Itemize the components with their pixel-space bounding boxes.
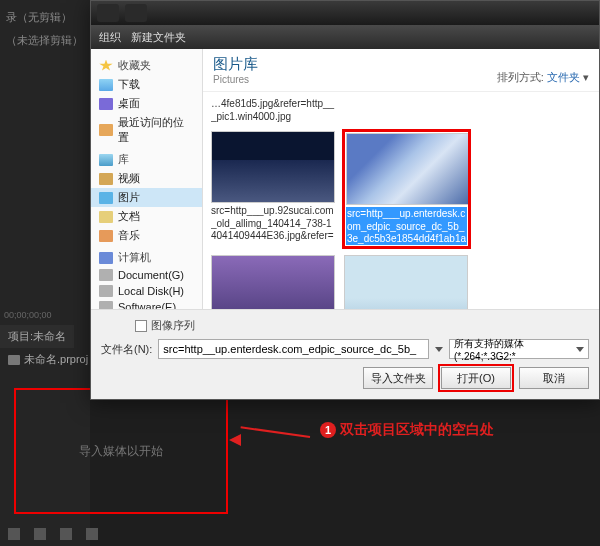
drive-icon: [99, 285, 113, 297]
cancel-button[interactable]: 取消: [519, 367, 589, 389]
annotation-badge: 1: [320, 422, 336, 438]
organize-menu[interactable]: 组织: [99, 30, 121, 45]
panel-footer-icons: [8, 528, 98, 540]
footer-icon[interactable]: [60, 528, 72, 540]
sidebar-videos[interactable]: 视频: [91, 169, 202, 188]
project-tab[interactable]: 项目:未命名: [0, 325, 74, 348]
footer-icon[interactable]: [86, 528, 98, 540]
import-folder-button[interactable]: 导入文件夹: [363, 367, 433, 389]
sidebar-drive[interactable]: Document(G): [91, 267, 202, 283]
recent-icon: [99, 124, 113, 136]
timecode: 00;00;00;00: [4, 310, 52, 320]
computer-icon: [99, 252, 113, 264]
image-sequence-checkbox[interactable]: [135, 320, 147, 332]
file-name: src=http___up.92sucai.com_old_allimg_140…: [211, 205, 336, 243]
project-file-row[interactable]: 未命名.prproj: [0, 348, 100, 371]
thumbnail-image: [211, 255, 335, 309]
document-icon: [99, 211, 113, 223]
sidebar-computer[interactable]: 计算机: [91, 248, 202, 267]
sidebar-pictures[interactable]: 图片: [91, 188, 202, 207]
newfolder-button[interactable]: 新建文件夹: [131, 30, 186, 45]
nav-fwd-button[interactable]: [125, 4, 147, 22]
file-item[interactable]: src=http___up.92sucai.com_old_allimg_140…: [211, 131, 336, 247]
desktop-icon: [99, 98, 113, 110]
filename-label: 文件名(N):: [101, 342, 152, 357]
library-icon: [99, 154, 113, 166]
dropzone-label: 导入媒体以开始: [79, 443, 163, 460]
open-button[interactable]: 打开(O): [441, 367, 511, 389]
filetype-filter[interactable]: 所有支持的媒体 (*.264;*.3G2;*: [449, 339, 589, 359]
footer-icon[interactable]: [8, 528, 20, 540]
sidebar-documents[interactable]: 文档: [91, 207, 202, 226]
footer-icon[interactable]: [34, 528, 46, 540]
sidebar-drive[interactable]: Software(E): [91, 299, 202, 309]
sidebar-libraries[interactable]: 库: [91, 150, 202, 169]
image-sequence-label: 图像序列: [151, 318, 195, 333]
annotation-arrow: [232, 426, 310, 446]
nav-back-button[interactable]: [97, 4, 119, 22]
drive-icon: [99, 301, 113, 309]
file-item[interactable]: http___wx1.sinaimg.c…: [344, 255, 469, 309]
folder-icon: [8, 355, 20, 365]
file-item[interactable]: src=http___uploadfile.biz…: [211, 255, 336, 309]
file-name: src=http___up.enterdesk.com_edpic_source…: [346, 207, 467, 245]
import-dropzone[interactable]: 导入媒体以开始: [14, 388, 228, 514]
file-item[interactable]: …4fe81d5.jpg&refer=http___pic1.win4000.j…: [211, 98, 336, 123]
dialog-titlebar: [91, 1, 599, 25]
sidebar-desktop[interactable]: 桌面: [91, 94, 202, 113]
sidebar-downloads[interactable]: 下载: [91, 75, 202, 94]
sidebar-music[interactable]: 音乐: [91, 226, 202, 245]
sidebar-recent[interactable]: 最近访问的位置: [91, 113, 202, 147]
chevron-down-icon[interactable]: [435, 347, 443, 352]
nav-sidebar: 收藏夹 下载 桌面 最近访问的位置 库 视频 图片 文档 音乐 计算机 Docu…: [91, 49, 203, 309]
thumbnail-image: [211, 131, 335, 203]
editor-panel-text: （未选择剪辑）: [6, 29, 84, 52]
thumbnail-image: [344, 255, 468, 309]
sidebar-favorites[interactable]: 收藏夹: [91, 56, 202, 75]
library-title: 图片库: [213, 55, 258, 74]
thumbnail-grid: …4fe81d5.jpg&refer=http___pic1.win4000.j…: [203, 92, 599, 309]
thumbnail-image: [346, 133, 470, 205]
drive-icon: [99, 269, 113, 281]
chevron-down-icon: [576, 347, 584, 352]
video-icon: [99, 173, 113, 185]
picture-icon: [99, 192, 113, 204]
editor-panel-text: 录（无剪辑）: [6, 6, 84, 29]
file-open-dialog: 组织 新建文件夹 收藏夹 下载 桌面 最近访问的位置 库 视频 图片 文档 音乐…: [90, 0, 600, 400]
star-icon: [99, 60, 113, 72]
annotation-1: 1 双击项目区域中的空白处: [320, 421, 494, 439]
dialog-toolbar: 组织 新建文件夹: [91, 25, 599, 49]
file-name: …4fe81d5.jpg&refer=http___pic1.win4000.j…: [211, 98, 336, 123]
filename-input[interactable]: src=http__up.enterdesk.com_edpic_source_…: [158, 339, 429, 359]
sort-control[interactable]: 排列方式: 文件夹 ▾: [497, 70, 589, 85]
file-item-selected[interactable]: src=http___up.enterdesk.com_edpic_source…: [344, 131, 469, 247]
download-icon: [99, 79, 113, 91]
music-icon: [99, 230, 113, 242]
sidebar-drive[interactable]: Local Disk(H): [91, 283, 202, 299]
project-file-label: 未命名.prproj: [24, 352, 88, 367]
library-subtitle: Pictures: [213, 74, 258, 85]
